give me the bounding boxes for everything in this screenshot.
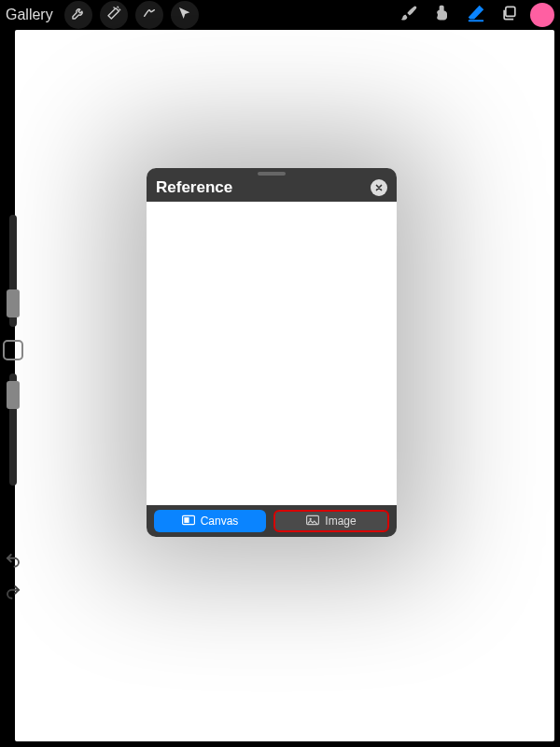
- wrench-icon: [71, 6, 86, 24]
- canvas-mini-icon: [182, 514, 195, 529]
- gallery-button[interactable]: Gallery: [6, 7, 53, 23]
- redo-button[interactable]: [2, 583, 24, 605]
- svg-rect-0: [506, 7, 515, 16]
- redo-icon: [5, 584, 21, 604]
- reference-canvas-label: Canvas: [201, 514, 239, 528]
- close-button[interactable]: [371, 179, 387, 196]
- layers-icon: [500, 4, 519, 26]
- undo-redo-group: [2, 551, 24, 605]
- eraser-button[interactable]: [463, 2, 489, 28]
- svg-rect-2: [184, 517, 189, 523]
- reference-canvas-tab[interactable]: Canvas: [154, 510, 266, 532]
- wand-icon: [106, 6, 121, 24]
- smudge-button[interactable]: [429, 2, 455, 28]
- cursor-icon: [177, 6, 192, 24]
- app-frame: Gallery: [0, 0, 560, 747]
- reference-image-tab[interactable]: Image: [273, 510, 389, 532]
- slider-thumb[interactable]: [7, 381, 20, 409]
- reference-content[interactable]: [147, 202, 397, 505]
- reference-panel[interactable]: Reference Canvas Image: [147, 168, 397, 537]
- actions-button[interactable]: [64, 1, 92, 29]
- brush-icon: [399, 4, 418, 26]
- reference-footer: Canvas Image: [147, 505, 397, 537]
- layers-button[interactable]: [497, 2, 523, 28]
- transform-button[interactable]: [171, 1, 199, 29]
- brush-opacity-slider[interactable]: [9, 374, 17, 486]
- reference-title: Reference: [156, 178, 232, 197]
- image-mini-icon: [306, 514, 319, 529]
- smudge-icon: [433, 4, 452, 26]
- undo-button[interactable]: [2, 551, 24, 573]
- drag-handle-icon[interactable]: [258, 172, 286, 176]
- brush-button[interactable]: [396, 2, 422, 28]
- adjustments-button[interactable]: [100, 1, 128, 29]
- slider-thumb[interactable]: [7, 289, 20, 317]
- modify-button[interactable]: [3, 340, 23, 360]
- close-icon: [374, 179, 384, 196]
- top-toolbar: Gallery: [0, 0, 560, 30]
- left-sidebar: [0, 215, 26, 486]
- brush-size-slider[interactable]: [9, 215, 17, 327]
- color-picker-button[interactable]: [530, 3, 554, 27]
- svg-point-4: [310, 517, 312, 519]
- reference-image-label: Image: [325, 514, 356, 528]
- undo-icon: [5, 552, 21, 572]
- reference-header[interactable]: Reference: [147, 168, 397, 202]
- eraser-icon: [466, 3, 486, 27]
- selection-button[interactable]: [135, 1, 163, 29]
- selection-icon: [142, 6, 157, 24]
